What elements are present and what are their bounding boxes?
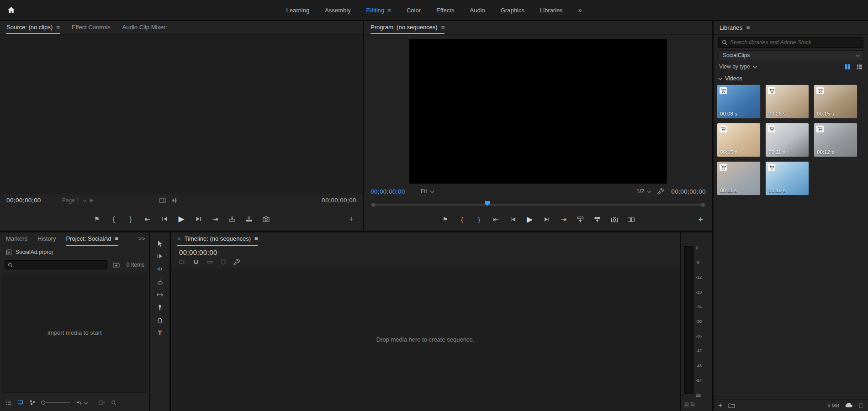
workspace-tab-editing[interactable]: Editing ≡ — [366, 7, 391, 14]
panel-menu-icon[interactable]: ≡ — [746, 25, 750, 31]
workspace-tab-learning[interactable]: Learning — [286, 7, 310, 14]
stock-clip[interactable]: 00:15 s — [814, 85, 857, 118]
export-frame-button[interactable] — [609, 214, 620, 225]
add-marker-button[interactable]: ⚑ — [440, 214, 451, 225]
ripple-edit-tool[interactable] — [153, 263, 167, 274]
cart-icon[interactable] — [768, 87, 775, 94]
grid-view-icon[interactable] — [845, 64, 851, 70]
trash-icon[interactable] — [858, 402, 863, 408]
panel-overflow-icon[interactable]: >> — [138, 232, 145, 246]
tab-timeline[interactable]: × Timeline: (no sequences) ≡ — [177, 232, 258, 246]
go-to-out-button[interactable]: ⇥ — [558, 214, 569, 225]
libraries-search-box[interactable] — [718, 37, 863, 48]
workspace-tab-audio[interactable]: Audio — [470, 7, 485, 14]
insert-button[interactable] — [227, 214, 238, 225]
new-library-item-button[interactable]: + — [718, 401, 722, 410]
tab-history[interactable]: History — [37, 232, 56, 246]
add-marker-icon[interactable] — [221, 259, 226, 265]
mark-out-button[interactable]: } — [125, 214, 136, 225]
snap-magnet-icon[interactable] — [193, 259, 199, 265]
cart-icon[interactable] — [768, 126, 775, 132]
comparison-view-button[interactable] — [626, 214, 637, 225]
view-by-type-label[interactable]: View by type — [719, 63, 750, 70]
cart-icon[interactable] — [720, 164, 727, 171]
cart-icon[interactable] — [720, 126, 727, 132]
drag-audio-only-icon[interactable] — [171, 198, 178, 203]
cart-icon[interactable] — [720, 87, 727, 94]
button-editor-button[interactable]: + — [349, 214, 354, 224]
scrubber-right-handle[interactable] — [701, 203, 705, 207]
play-button[interactable]: ▶ — [176, 214, 187, 225]
solo-left-button[interactable]: S — [684, 402, 689, 407]
step-back-button[interactable] — [508, 214, 519, 225]
tab-markers[interactable]: Markers — [6, 232, 27, 246]
add-marker-button[interactable]: ⚑ — [91, 214, 102, 225]
panel-menu-icon[interactable]: ≡ — [441, 24, 445, 30]
panel-menu-icon[interactable]: ≡ — [254, 236, 258, 242]
step-forward-button[interactable] — [541, 214, 552, 225]
page-next-icon[interactable]: ▶ — [90, 197, 94, 203]
list-view-icon[interactable] — [5, 400, 11, 406]
extract-button[interactable] — [592, 214, 603, 225]
step-back-button[interactable] — [159, 214, 170, 225]
cloud-sync-icon[interactable] — [845, 403, 852, 408]
libraries-title[interactable]: Libraries — [720, 24, 742, 31]
overwrite-button[interactable] — [243, 214, 254, 225]
scrubber-track[interactable] — [375, 204, 702, 206]
zoom-slider-knob[interactable] — [41, 400, 45, 405]
workspace-tab-graphics[interactable]: Graphics — [501, 7, 524, 14]
new-folder-icon[interactable] — [728, 403, 735, 408]
mark-out-button[interactable]: } — [474, 214, 485, 225]
workspace-overflow-icon[interactable]: » — [578, 6, 582, 14]
export-frame-button[interactable] — [260, 214, 271, 225]
button-editor-button[interactable]: + — [698, 215, 703, 224]
cart-icon[interactable] — [816, 87, 824, 94]
tab-audio-clip-mixer[interactable]: Audio Clip Mixer: — [122, 21, 167, 34]
razor-tool[interactable] — [153, 276, 167, 287]
icon-view-icon[interactable] — [17, 400, 23, 406]
play-button[interactable]: ▶ — [524, 214, 535, 225]
stock-clip[interactable]: 00:08 s — [717, 85, 760, 118]
sort-icons-button[interactable] — [76, 400, 87, 406]
timeline-drop-zone[interactable]: Drop media here to create sequence. — [171, 268, 680, 411]
zoom-slider[interactable] — [41, 400, 70, 405]
close-icon[interactable]: × — [177, 235, 181, 242]
slip-tool[interactable] — [153, 289, 167, 300]
track-select-forward-tool[interactable] — [153, 251, 167, 262]
cart-icon[interactable] — [768, 164, 775, 171]
pen-tool[interactable] — [153, 302, 167, 313]
program-current-timecode[interactable]: 00;00;00;00 — [370, 188, 405, 195]
mark-in-button[interactable]: { — [108, 214, 119, 225]
project-file-row[interactable]: SocialAd.prproj — [0, 246, 149, 258]
project-empty-area[interactable]: Import media to start — [2, 273, 147, 393]
stock-clip[interactable]: 00:26 s — [766, 85, 809, 118]
playback-resolution-select[interactable]: 1/2 — [636, 188, 650, 195]
go-to-in-button[interactable]: ⇤ — [491, 214, 502, 225]
list-view-icon[interactable] — [857, 64, 863, 70]
libraries-search-input[interactable] — [730, 39, 860, 46]
automate-to-sequence-icon[interactable] — [99, 400, 105, 406]
workspace-tab-libraries[interactable]: Libraries — [540, 7, 563, 14]
find-icon[interactable] — [111, 400, 116, 406]
panel-menu-icon[interactable]: ≡ — [56, 24, 60, 30]
drag-video-only-icon[interactable] — [159, 198, 166, 203]
videos-section-header[interactable]: Videos — [714, 73, 868, 84]
workspace-menu-icon[interactable]: ≡ — [387, 7, 391, 13]
solo-right-button[interactable]: S — [690, 402, 695, 407]
settings-wrench-icon[interactable] — [657, 188, 664, 195]
step-forward-button[interactable] — [193, 214, 204, 225]
cart-icon[interactable] — [816, 126, 824, 132]
workspace-tab-color[interactable]: Color — [407, 7, 421, 14]
type-tool[interactable]: T — [153, 327, 167, 338]
chevron-down-icon[interactable] — [753, 64, 757, 68]
project-search-box[interactable] — [5, 260, 107, 269]
freeform-view-icon[interactable] — [29, 400, 35, 406]
stock-clip[interactable]: 00:15 s — [717, 123, 760, 157]
stock-clip[interactable]: 00:12 s — [814, 123, 857, 157]
project-search-input[interactable] — [16, 262, 104, 268]
program-mini-timeline[interactable] — [371, 201, 705, 208]
go-to-in-button[interactable]: ⇤ — [142, 214, 153, 225]
hand-tool[interactable] — [153, 315, 167, 326]
zoom-level-select[interactable]: Fit — [421, 188, 433, 195]
lift-button[interactable] — [575, 214, 586, 225]
